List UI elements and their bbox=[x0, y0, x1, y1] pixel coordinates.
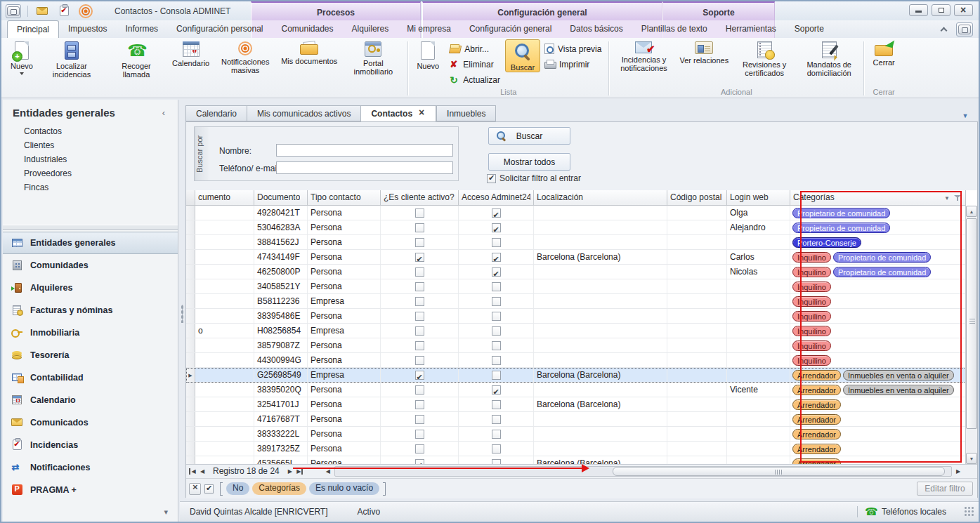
tab-inmuebles[interactable]: Inmuebles bbox=[436, 105, 496, 121]
last-record-button[interactable] bbox=[295, 466, 305, 477]
ribbon-tab-informes[interactable]: Informes bbox=[116, 20, 167, 38]
ribbon-button-eliminar[interactable]: Eliminar bbox=[450, 58, 500, 70]
table-row[interactable]: B58112236EmpresaInquilino bbox=[186, 294, 977, 309]
ribbon-button-localizar-incidencias[interactable]: Localizar incidencias bbox=[39, 39, 104, 79]
ribbon-button-incidencias-y-notificaciones[interactable]: Incidencias y notificaciones bbox=[611, 39, 676, 72]
sidebar-item-incidencias[interactable]: Incidencias bbox=[3, 434, 178, 456]
row-selector-cell[interactable] bbox=[186, 294, 195, 308]
column-header-documento[interactable]: Documento bbox=[254, 190, 308, 206]
row-selector-cell[interactable] bbox=[186, 442, 195, 456]
chevron-down-icon[interactable] bbox=[164, 508, 168, 517]
ribbon-tab-mi-empresa[interactable]: Mi empresa bbox=[398, 20, 460, 38]
filter-pill-es-nulo-o-vacío[interactable]: Es nulo o vacío bbox=[309, 482, 379, 495]
sidebar-link-contactos[interactable]: Contactos bbox=[24, 124, 178, 138]
horizontal-scrollbar-thumb[interactable] bbox=[613, 467, 946, 476]
sidebar-item-notificaciones[interactable]: Notificaciones bbox=[3, 456, 178, 479]
ribbon-tab-configuración-personal[interactable]: Configuración personal bbox=[167, 20, 272, 38]
row-selector-cell[interactable] bbox=[186, 250, 195, 264]
sidebar-link-industriales[interactable]: Industriales bbox=[24, 152, 178, 166]
tab-mis-comunicados-activos[interactable]: Mis comunicados activos bbox=[247, 105, 360, 121]
window-style-button[interactable] bbox=[956, 22, 973, 37]
ribbon-button-buscar[interactable]: Buscar bbox=[505, 39, 540, 72]
ribbon-button-notificaciones-masivas[interactable]: Notificaciones masivas bbox=[213, 39, 277, 74]
mostrar-todos-button[interactable]: Mostrar todos bbox=[488, 153, 570, 171]
scroll-down-button[interactable] bbox=[966, 453, 977, 464]
scroll-up-button[interactable] bbox=[966, 206, 977, 217]
sidebar-item-alquileres[interactable]: Alquileres bbox=[3, 277, 178, 299]
ribbon-button-mandatos-de-domiciliación[interactable]: Mandatos de domiciliación bbox=[797, 39, 861, 77]
ribbon-button-imprimir[interactable]: Imprimir bbox=[544, 58, 601, 70]
qat-button-app-icon[interactable] bbox=[6, 4, 21, 18]
ribbon-button-nuevo[interactable]: Nuevo bbox=[410, 39, 445, 70]
ribbon-button-actualizar[interactable]: Actualizar bbox=[450, 74, 500, 86]
sidebar-item-comunicados[interactable]: Comunicados bbox=[3, 411, 178, 434]
column-header-acceso-adminet24h[interactable]: Acceso Adminet24H bbox=[459, 190, 534, 206]
ribbon-tab-principal[interactable]: Principal bbox=[7, 20, 59, 38]
row-selector-cell[interactable] bbox=[186, 220, 195, 234]
row-selector-cell[interactable] bbox=[186, 353, 195, 367]
sidebar-link-proveedores[interactable]: Proveedores bbox=[24, 166, 178, 180]
ribbon-button-calendario[interactable]: Calendario bbox=[169, 39, 213, 67]
ribbon-tab-herramientas[interactable]: Herramientas bbox=[717, 20, 785, 38]
ribbon-button-revisiones-y-certificados[interactable]: Revisiones y certificados bbox=[732, 39, 797, 77]
resize-grip[interactable] bbox=[965, 507, 974, 517]
table-row[interactable]: 49280421TPersonaOlgaPropietario de comun… bbox=[186, 206, 977, 220]
table-row[interactable]: oH08256854EmpresaInquilino bbox=[186, 324, 977, 338]
row-selector-cell[interactable] bbox=[186, 368, 195, 382]
row-selector-cell[interactable] bbox=[186, 397, 195, 411]
previous-record-button[interactable] bbox=[197, 466, 207, 477]
row-selector-cell[interactable] bbox=[186, 456, 195, 464]
tab-close-icon[interactable] bbox=[418, 110, 426, 118]
table-row[interactable]: 38579087ZPersonaInquilino bbox=[186, 338, 977, 353]
ribbon-button-nuevo[interactable]: Nuevo bbox=[4, 39, 39, 75]
ribbon-tab-alquileres[interactable]: Alquileres bbox=[343, 20, 398, 38]
table-row[interactable]: 4535665LPersonaBarcelona (Barcelona)Arre… bbox=[186, 456, 977, 464]
ribbon-tab-plantillas-de-texto[interactable]: Plantillas de texto bbox=[632, 20, 717, 38]
table-row[interactable]: 44300994GPersonaInquilino bbox=[186, 353, 977, 368]
sidebar-item-inmobiliaria[interactable]: Inmobiliaria bbox=[3, 322, 178, 344]
column-header-localización[interactable]: Localización bbox=[534, 190, 667, 206]
table-row[interactable]: 38917325ZPersonaArrendador bbox=[186, 442, 977, 456]
sidebar-item-entidades-generales[interactable]: Entidades generales bbox=[3, 232, 178, 254]
remove-filter-button[interactable] bbox=[189, 483, 201, 495]
collapse-ribbon-button[interactable] bbox=[936, 23, 950, 36]
tab-calendario[interactable]: Calendario bbox=[185, 105, 247, 121]
qat-button-broadcast-icon[interactable] bbox=[78, 4, 93, 18]
table-row[interactable]: 47434149FPersonaBarcelona (Barcelona)Car… bbox=[186, 250, 977, 265]
sidebar-item-tesorería[interactable]: Tesorería bbox=[3, 344, 178, 366]
qat-button-tasks-icon[interactable] bbox=[56, 4, 72, 18]
sidebar-splitter[interactable] bbox=[3, 225, 178, 230]
column-header-categorías[interactable]: Categorías bbox=[790, 190, 966, 206]
column-header-cumento[interactable]: cumento bbox=[195, 190, 254, 206]
row-selector-cell[interactable] bbox=[186, 309, 195, 323]
sidebar-link-clientes[interactable]: Clientes bbox=[24, 138, 178, 152]
table-row[interactable]: 38841562JPersonaPortero-Conserje bbox=[186, 235, 977, 250]
ribbon-tab-soporte[interactable]: Soporte bbox=[785, 20, 833, 38]
vertical-scrollbar[interactable] bbox=[965, 206, 977, 464]
ribbon-button-mis-documentos[interactable]: Mis documentos bbox=[277, 39, 341, 65]
chevron-left-icon[interactable] bbox=[158, 107, 169, 118]
ribbon-tab-impuestos[interactable]: Impuestos bbox=[59, 20, 116, 38]
row-selector-cell[interactable] bbox=[186, 427, 195, 441]
sidebar-item-calendario[interactable]: Calendario bbox=[3, 389, 178, 411]
vertical-splitter[interactable] bbox=[179, 100, 185, 522]
qat-button-mail-icon[interactable] bbox=[34, 4, 50, 18]
sidebar-item-comunidades[interactable]: Comunidades bbox=[3, 254, 178, 277]
column-header-login-web[interactable]: Login web bbox=[727, 190, 790, 206]
sidebar-item-facturas-y-nóminas[interactable]: Facturas y nóminas bbox=[3, 299, 178, 322]
table-row[interactable]: G25698549EmpresaBarcelona (Barcelona)Arr… bbox=[186, 368, 977, 383]
column-header-es-cliente-activo[interactable]: ¿Es cliente activo? bbox=[381, 190, 459, 206]
column-header-código-postal[interactable]: Código postal bbox=[667, 190, 727, 206]
table-row[interactable]: 38395486EPersonaInquilino bbox=[186, 309, 977, 324]
vertical-scrollbar-thumb[interactable] bbox=[966, 218, 977, 429]
sidebar-link-fincas[interactable]: Fincas bbox=[24, 180, 178, 194]
close-button[interactable] bbox=[954, 4, 973, 16]
phone-email-input[interactable] bbox=[276, 161, 453, 174]
editar-filtro-button[interactable]: Editar filtro bbox=[917, 482, 973, 496]
ribbon-button-recoger-llamada[interactable]: Recoger llamada bbox=[104, 39, 169, 79]
row-selector-cell[interactable] bbox=[186, 383, 195, 397]
horizontal-scrollbar[interactable] bbox=[334, 466, 952, 477]
filter-funnel-icon[interactable] bbox=[954, 194, 961, 201]
filter-pill-categorías[interactable]: Categorías bbox=[252, 482, 306, 495]
restore-button[interactable] bbox=[932, 4, 950, 16]
